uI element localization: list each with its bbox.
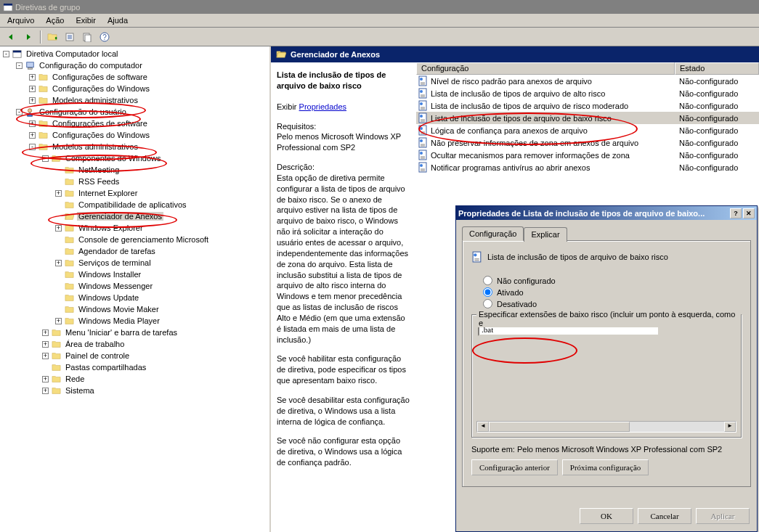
tree-label[interactable]: Configurações do Windows — [51, 131, 151, 139]
tree-node[interactable]: -Modelos administrativos — [0, 141, 269, 152]
expander-icon[interactable]: - — [3, 51, 9, 57]
list-row[interactable]: Notificar programas antivírus ao abrir a… — [416, 161, 759, 173]
next-config-button[interactable]: Próxima configuração — [562, 459, 649, 475]
expander-icon[interactable]: - — [16, 109, 23, 115]
tree-label[interactable]: Configurações de software — [51, 73, 149, 81]
tree-label[interactable]: Modelos administrativos — [51, 142, 139, 151]
tree-label[interactable]: Menu 'Iniciar' e barra de tarefas — [64, 328, 179, 337]
tree-node[interactable]: +Sistema — [0, 385, 269, 396]
tree-node[interactable]: +Configurações de software — [0, 118, 269, 129]
tree-node[interactable]: +Serviços de terminal — [0, 257, 269, 269]
tree-label[interactable]: Windows Movie Maker — [77, 305, 161, 314]
tree-label[interactable]: Internet Explorer — [77, 189, 139, 197]
dialog-titlebar[interactable]: Propriedades de Lista de inclusão de tip… — [456, 206, 757, 220]
expander-icon[interactable]: + — [42, 341, 49, 348]
tree-label[interactable]: Compatibilidade de aplicativos — [77, 200, 188, 209]
tree-panel[interactable]: -Diretiva Computador local-Configuração … — [0, 46, 271, 532]
tree-node[interactable]: Compatibilidade de aplicativos — [0, 199, 269, 210]
properties-button[interactable] — [62, 29, 78, 45]
tree-node[interactable]: -Diretiva Computador local — [0, 48, 269, 60]
tree-label[interactable]: Sistema — [64, 386, 96, 395]
expander-icon[interactable]: + — [55, 260, 62, 266]
tree-label[interactable]: Configuração do computador — [38, 61, 144, 70]
expander-icon[interactable]: - — [42, 155, 49, 162]
tree-node[interactable]: -Configuração do usuário — [0, 106, 269, 118]
expander-icon[interactable]: + — [55, 190, 62, 197]
col-estado[interactable]: Estado — [675, 62, 759, 75]
tree-label[interactable]: Modelos administrativos — [51, 96, 139, 105]
tree-node[interactable]: +Windows Explorer — [0, 222, 269, 234]
tree-label[interactable]: NetMeeting — [77, 165, 121, 174]
up-button[interactable] — [44, 29, 60, 45]
tree-node[interactable]: +Rede — [0, 373, 269, 385]
tree-label[interactable]: Configurações de software — [51, 119, 149, 128]
properties-link[interactable]: Propriedades — [299, 102, 346, 111]
tree-node[interactable]: Windows Installer — [0, 269, 269, 280]
radio-disabled[interactable] — [483, 299, 492, 308]
tree-label[interactable]: Windows Media Player — [77, 316, 161, 325]
expander-icon[interactable]: + — [55, 225, 62, 232]
tree-node[interactable]: +Windows Media Player — [0, 315, 269, 327]
tree-node[interactable]: NetMeeting — [0, 164, 269, 176]
tree-label[interactable]: Windows Update — [77, 293, 140, 302]
tree-node[interactable]: +Configurações do Windows — [0, 129, 269, 141]
list-row[interactable]: Não preservar informações de zona em ane… — [416, 136, 759, 149]
expander-icon[interactable]: + — [29, 86, 36, 92]
tree-label[interactable]: Windows Messenger — [77, 282, 154, 290]
help-icon[interactable]: ? — [730, 208, 742, 218]
ok-button[interactable]: OK — [580, 508, 633, 524]
menu-acao[interactable]: Ação — [40, 15, 70, 26]
menu-arquivo[interactable]: Arquivo — [1, 15, 40, 26]
tree-node[interactable]: +Área de trabalho — [0, 338, 269, 350]
list-row[interactable]: Lista de inclusão de tipos de arquivo de… — [416, 112, 759, 124]
tree-label[interactable]: Serviços de terminal — [77, 258, 153, 267]
scroll-right-icon[interactable]: ► — [724, 422, 736, 432]
expander-icon[interactable]: - — [29, 144, 36, 150]
cancel-button[interactable]: Cancelar — [638, 508, 691, 524]
expander-icon[interactable]: + — [29, 97, 36, 104]
forward-button[interactable] — [20, 29, 36, 45]
list-row[interactable]: Nível de risco padrão para anexos de arq… — [416, 75, 759, 87]
scroll-left-icon[interactable]: ◄ — [477, 422, 489, 432]
tree-node[interactable]: Pastas compartilhadas — [0, 361, 269, 373]
tree-label[interactable]: Windows Installer — [77, 270, 142, 279]
expander-icon[interactable]: + — [29, 120, 36, 127]
tree-label[interactable]: RSS Feeds — [77, 177, 121, 186]
apply-button[interactable]: Aplicar — [696, 508, 750, 524]
help-button[interactable]: ? — [97, 29, 113, 45]
expander-icon[interactable]: + — [42, 376, 49, 382]
tab-explicar[interactable]: Explicar — [524, 227, 567, 242]
tree-node[interactable]: -Configuração do computador — [0, 60, 269, 71]
list-row[interactable]: Lista de inclusão de tipos de arquivo de… — [416, 99, 759, 112]
horizontal-scrollbar[interactable]: ◄ ► — [476, 421, 736, 433]
list-row[interactable]: Ocultar mecanismos para remover informaç… — [416, 149, 759, 161]
list-row[interactable]: Lógica de confiança para anexos de arqui… — [416, 124, 759, 136]
tree-label[interactable]: Área de trabalho — [64, 340, 126, 348]
tree-node[interactable]: Windows Messenger — [0, 280, 269, 292]
expander-icon[interactable]: + — [42, 388, 49, 394]
expander-icon[interactable]: - — [16, 62, 23, 69]
tree-node[interactable]: +Menu 'Iniciar' e barra de tarefas — [0, 327, 269, 338]
tree-node[interactable]: Console de gerenciamento Microsoft — [0, 234, 269, 245]
tree-label[interactable]: Console de gerenciamento Microsoft — [77, 235, 210, 244]
expander-icon[interactable]: + — [29, 74, 36, 81]
radio-not-configured[interactable] — [483, 276, 492, 285]
expander-icon[interactable]: + — [42, 353, 49, 359]
tree-node[interactable]: +Internet Explorer — [0, 187, 269, 199]
scroll-thumb[interactable] — [489, 422, 630, 432]
list-row[interactable]: Lista de inclusão de tipos de arquivo de… — [416, 87, 759, 99]
tree-node[interactable]: Windows Update — [0, 292, 269, 303]
tree-label[interactable]: Diretiva Computador local — [25, 49, 120, 58]
tree-label[interactable]: Rede — [64, 375, 86, 383]
tree-label[interactable]: Windows Explorer — [77, 224, 145, 232]
tree-node[interactable]: -Componentes do Windows — [0, 152, 269, 164]
tree-node[interactable]: +Configurações do Windows — [0, 83, 269, 94]
tree-label[interactable]: Agendador de tarefas — [77, 247, 157, 255]
menu-exibir[interactable]: Exibir — [70, 15, 102, 26]
menu-ajuda[interactable]: Ajuda — [102, 15, 134, 26]
col-configuracao[interactable]: Configuração — [416, 62, 675, 75]
tree-label[interactable]: Configuração do usuário — [38, 107, 128, 116]
tree-node[interactable]: Windows Movie Maker — [0, 303, 269, 315]
tree-label[interactable]: Configurações do Windows — [51, 84, 151, 93]
radio-enabled[interactable] — [483, 287, 492, 297]
